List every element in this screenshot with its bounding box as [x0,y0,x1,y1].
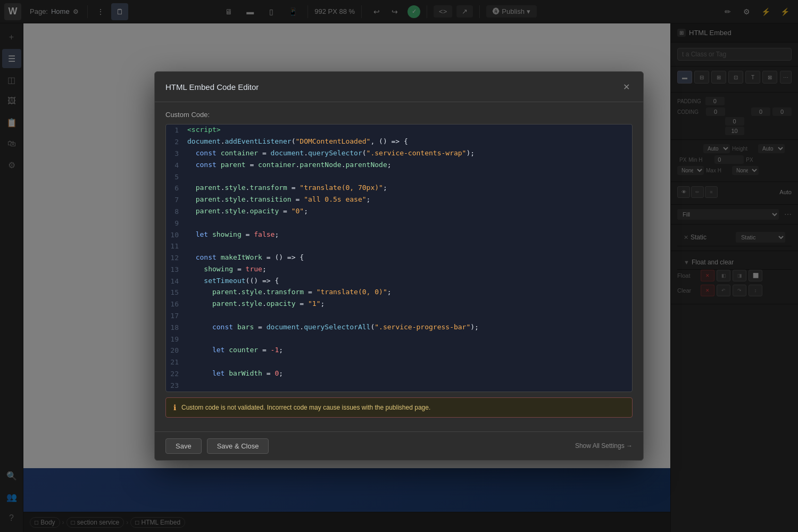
line-number: 17 [166,310,185,322]
code-line: 16 parent.style.opacity = "1"; [166,298,632,310]
line-number: 15 [166,287,185,298]
line-number: 13 [166,264,185,276]
modal-close-button[interactable]: ✕ [620,80,633,93]
custom-code-label: Custom Code: [165,111,633,119]
code-line: 7 parent.style.transition = "all 0.5s ea… [166,194,632,206]
line-content: const parent = container.parentNode.pare… [185,160,632,171]
modal-warning: ℹ Custom code is not validated. Incorrec… [165,397,633,418]
show-all-settings-button[interactable]: Show All Settings → [575,442,633,450]
code-line: 17 [166,310,632,322]
code-line: 20 let counter = -1; [166,345,632,356]
line-number: 20 [166,345,185,356]
code-line: 22 let barWidth = 0; [166,368,632,380]
code-line: 21 [166,356,632,368]
code-line: 15 parent.style.transform = "translate(0… [166,287,632,298]
line-content [185,218,632,229]
modal-header: HTML Embed Code Editor ✕ [155,72,643,102]
line-content [185,310,632,322]
line-content: let showing = false; [185,229,632,241]
line-content: const makeItWork = () => { [185,252,632,264]
line-content: document.addEventListener("DOMContentLoa… [185,136,632,148]
code-line: 4 const parent = container.parentNode.pa… [166,160,632,171]
code-line: 13 showing = true; [166,264,632,276]
code-line: 1<script> [166,124,632,136]
line-number: 8 [166,206,185,218]
code-line: 3 const container = document.querySelect… [166,148,632,160]
line-number: 3 [166,148,185,160]
line-number: 10 [166,229,185,241]
line-number: 18 [166,322,185,334]
code-line: 5 [166,171,632,183]
code-line: 2document.addEventListener("DOMContentLo… [166,136,632,148]
line-number: 2 [166,136,185,148]
code-line: 14 setTimeout(() => { [166,276,632,287]
line-content [185,380,632,392]
modal-footer: Save Save & Close Show All Settings → [155,431,643,460]
modal-body: Custom Code: 1<script>2document.addEvent… [155,102,643,431]
code-line: 19 [166,334,632,345]
warning-circle-icon: ℹ [173,403,176,412]
line-content [185,240,632,252]
code-editor-modal: HTML Embed Code Editor ✕ Custom Code: 1<… [154,71,644,460]
line-number: 14 [166,276,185,287]
line-content [185,171,632,183]
line-content: showing = true; [185,264,632,276]
line-content: setTimeout(() => { [185,276,632,287]
code-line: 9 [166,218,632,229]
line-content: parent.style.opacity = "1"; [185,298,632,310]
line-number: 23 [166,380,185,392]
line-number: 4 [166,160,185,171]
code-line: 6 parent.style.transform = "translate(0,… [166,182,632,194]
line-content: <script> [185,124,632,136]
line-content [185,356,632,368]
line-number: 9 [166,218,185,229]
line-number: 6 [166,182,185,194]
line-number: 11 [166,240,185,252]
line-content [185,334,632,345]
line-content: let counter = -1; [185,345,632,356]
line-content: parent.style.transform = "translate(0, 7… [185,182,632,194]
save-close-button[interactable]: Save & Close [207,438,269,454]
line-number: 21 [166,356,185,368]
modal-warning-text: Custom code is not validated. Incorrect … [181,404,430,411]
line-number: 1 [166,124,185,136]
line-content: parent.style.opacity = "0"; [185,206,632,218]
line-content: const bars = document.querySelectorAll("… [185,322,632,334]
line-number: 5 [166,171,185,183]
code-line: 8 parent.style.opacity = "0"; [166,206,632,218]
save-button[interactable]: Save [165,438,202,454]
code-line: 18 const bars = document.querySelectorAl… [166,322,632,334]
code-line: 12 const makeItWork = () => { [166,252,632,264]
line-number: 19 [166,334,185,345]
code-editor[interactable]: 1<script>2document.addEventListener("DOM… [165,124,633,392]
line-number: 22 [166,368,185,380]
modal-overlay[interactable]: HTML Embed Code Editor ✕ Custom Code: 1<… [0,0,798,532]
line-content: const container = document.querySelector… [185,148,632,160]
line-content: parent.style.transform = "translate(0, 0… [185,287,632,298]
modal-title: HTML Embed Code Editor [165,82,259,92]
line-number: 16 [166,298,185,310]
line-number: 12 [166,252,185,264]
code-line: 23 [166,380,632,392]
code-line: 11 [166,240,632,252]
line-content: let barWidth = 0; [185,368,632,380]
code-line: 10 let showing = false; [166,229,632,241]
line-content: parent.style.transition = "all 0.5s ease… [185,194,632,206]
line-number: 7 [166,194,185,206]
